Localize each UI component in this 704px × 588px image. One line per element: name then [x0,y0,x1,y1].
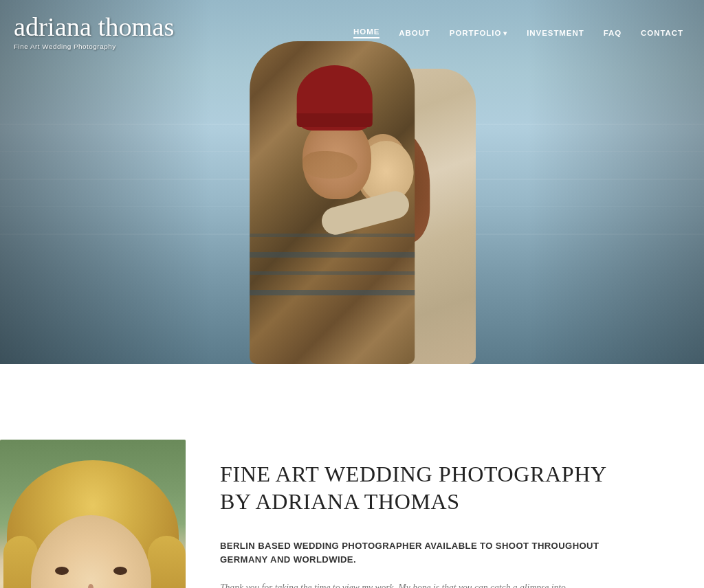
main-nav: HOME ABOUT PORTFOLIO ▾ INVESTMENT FAQ CO… [353,12,683,38]
site-header: adriana thomas Fine Art Wedding Photogra… [0,0,704,50]
main-heading: FINE ART WEDDING PHOTOGRAPHY BY ADRIANA … [220,460,642,515]
brand-name: adriana thomas [14,12,174,41]
nav-item-contact[interactable]: CONTACT [641,29,683,37]
photographer-photo [0,440,186,588]
text-content: FINE ART WEDDING PHOTOGRAPHY BY ADRIANA … [186,440,676,588]
chevron-down-icon: ▾ [503,30,507,37]
nav-item-about[interactable]: ABOUT [399,29,430,37]
body-text: Thank you for taking the time to view my… [220,580,642,588]
nav-item-portfolio[interactable]: PORTFOLIO ▾ [450,29,507,37]
brand-logo: adriana thomas Fine Art Wedding Photogra… [14,12,174,50]
nav-item-faq[interactable]: FAQ [604,29,622,37]
sub-heading: BERLIN BASED WEDDING PHOTOGRAPHER AVAILA… [220,539,642,566]
brand-tagline: Fine Art Wedding Photography [14,43,174,50]
content-section: FINE ART WEDDING PHOTOGRAPHY BY ADRIANA … [0,398,704,588]
nav-item-home[interactable]: HOME [353,27,380,38]
nav-item-investment[interactable]: INVESTMENT [527,29,584,37]
